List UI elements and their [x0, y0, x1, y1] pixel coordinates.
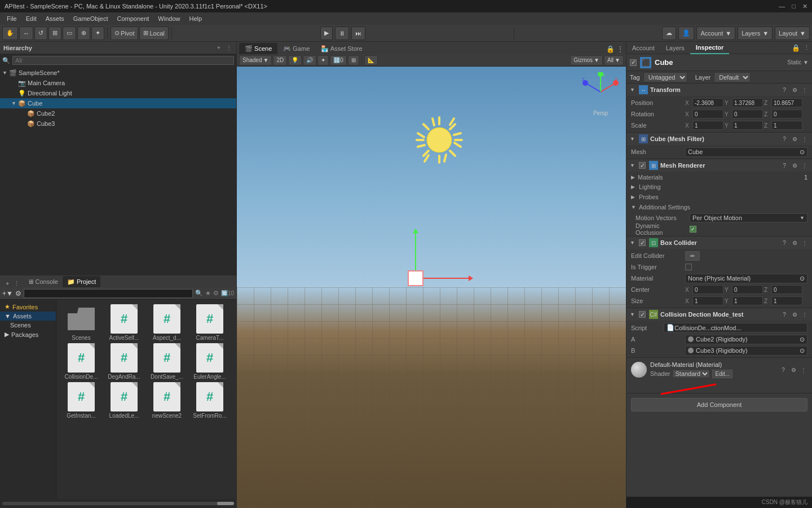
collision-menu-btn[interactable]: ⋮: [801, 310, 809, 318]
tool-custom[interactable]: ✦: [91, 27, 104, 40]
tool-rotate[interactable]: ↺: [34, 27, 47, 40]
tab-inspector[interactable]: Inspector: [690, 42, 730, 54]
hierarchy-search-input[interactable]: [12, 56, 234, 65]
collider-material-value[interactable]: None (Physic Material) ⊙: [685, 274, 807, 283]
shaded-dropdown[interactable]: Shaded ▼: [239, 55, 272, 65]
center-x-input[interactable]: [692, 285, 723, 294]
center-y-input[interactable]: [732, 285, 763, 294]
sidebar-packages[interactable]: ▶ Packages: [0, 330, 56, 339]
rot-y-input[interactable]: [732, 110, 763, 119]
probes-toggle[interactable]: ▶ Probes: [626, 192, 812, 202]
maximize-btn[interactable]: □: [792, 3, 796, 10]
play-btn[interactable]: ▶: [320, 27, 333, 40]
b-select-icon[interactable]: ⊙: [800, 347, 805, 354]
material-settings-btn[interactable]: ⚙: [789, 366, 797, 374]
pause-btn[interactable]: ⏸: [335, 27, 349, 40]
b-value[interactable]: Cube3 (Rigidbody) ⊙: [685, 346, 807, 356]
asset-scenes-folder[interactable]: Scenes: [61, 304, 102, 341]
scene-count-btn[interactable]: 🔢0: [330, 55, 347, 65]
scale-y-input[interactable]: [732, 121, 763, 130]
scene-gizmo[interactable]: X Y Z Persp: [581, 72, 620, 117]
scene-grid-btn[interactable]: ⊞: [348, 55, 359, 65]
transform-menu-btn[interactable]: ⋮: [801, 86, 809, 94]
box-collider-active[interactable]: ✓: [639, 239, 646, 246]
menu-assets[interactable]: Assets: [41, 14, 69, 23]
scale-x-input[interactable]: [692, 121, 723, 130]
material-help-btn[interactable]: ?: [779, 366, 787, 374]
menu-edit[interactable]: Edit: [21, 14, 41, 23]
tab-game[interactable]: 🎮 Game: [277, 43, 315, 54]
tab-asset-store[interactable]: 🏪 Asset Store: [315, 43, 368, 54]
transform-settings-btn[interactable]: ⚙: [791, 86, 798, 94]
tab-scene[interactable]: 🎬 Scene: [239, 43, 277, 54]
all-dropdown[interactable]: All ▼: [604, 55, 624, 65]
mesh-filter-help-btn[interactable]: ?: [780, 135, 788, 143]
is-trigger-checkbox[interactable]: [685, 264, 692, 270]
object-name[interactable]: Cube: [655, 58, 784, 67]
layers-dropdown[interactable]: Layers ▼: [738, 27, 773, 40]
a-select-icon[interactable]: ⊙: [800, 336, 805, 343]
tree-item-samplescene[interactable]: ▼ 🎬 SampleScene*: [0, 68, 236, 78]
dynamic-occlusion-checkbox[interactable]: ✓: [690, 226, 696, 233]
collision-script-header[interactable]: ▼ ✓ C# Collision Dection Mode_test ? ⚙ ⋮: [626, 308, 812, 321]
asset-setfromro[interactable]: # SetFromRo...: [189, 382, 230, 419]
menu-component[interactable]: Component: [112, 14, 153, 23]
tab-account[interactable]: Account: [626, 42, 660, 54]
additional-settings-toggle[interactable]: ▼ Additional Settings: [626, 202, 812, 212]
lighting-toggle[interactable]: ▶ Lighting: [626, 182, 812, 192]
size-x-input[interactable]: [692, 296, 723, 305]
shader-dropdown[interactable]: Standard: [672, 369, 710, 378]
mesh-renderer-menu-btn[interactable]: ⋮: [801, 161, 809, 169]
close-btn[interactable]: ✕: [802, 3, 807, 10]
local-toggle[interactable]: ⊞ Local: [139, 27, 168, 40]
mesh-renderer-header[interactable]: ▼ ✓ ⊞ Mesh Renderer ? ⚙ ⋮: [626, 159, 812, 172]
object-active-checkbox[interactable]: ✓: [630, 59, 637, 66]
2d-toggle[interactable]: 2D: [273, 55, 287, 65]
menu-file[interactable]: File: [2, 14, 21, 23]
view-lock-icon[interactable]: 🔒: [606, 45, 615, 53]
mesh-filter-menu-btn[interactable]: ⋮: [801, 135, 809, 143]
rot-x-input[interactable]: [692, 110, 723, 119]
layer-dropdown[interactable]: Default: [714, 72, 751, 82]
asset-getinstan[interactable]: # GetInstan...: [61, 382, 102, 419]
collision-active[interactable]: ✓: [639, 311, 646, 318]
size-z-input[interactable]: [771, 296, 802, 305]
tab-project[interactable]: 📁 Project: [63, 276, 100, 287]
project-scrollbar[interactable]: [0, 499, 236, 508]
asset-collision[interactable]: # CollisionDe...: [61, 343, 102, 380]
cloud-btn[interactable]: ☁: [662, 27, 676, 40]
step-btn[interactable]: ⏭: [351, 27, 365, 40]
tag-dropdown[interactable]: Untagged: [643, 72, 687, 82]
proj-add-btn[interactable]: +▼: [2, 290, 13, 297]
tree-item-dirlight[interactable]: 💡 Directional Light: [0, 88, 236, 98]
sidebar-favorites[interactable]: ★ Favorites: [0, 302, 56, 312]
edit-material-btn[interactable]: Edit...: [712, 370, 732, 378]
scene-fx-btn[interactable]: ✦: [317, 55, 329, 65]
mesh-renderer-help-btn[interactable]: ?: [780, 161, 788, 169]
hierarchy-add[interactable]: +: [215, 44, 223, 52]
asset-newscene2[interactable]: # newScene2: [147, 382, 187, 419]
minimize-btn[interactable]: —: [779, 3, 785, 10]
tree-item-cube2[interactable]: 📦 Cube2: [0, 108, 236, 119]
proj-filter-icon[interactable]: ⚙: [213, 290, 219, 297]
inspector-menu-icon[interactable]: ⋮: [804, 44, 810, 51]
mesh-filter-settings-btn[interactable]: ⚙: [791, 135, 798, 143]
proj-settings-btn[interactable]: ⚙: [15, 290, 21, 297]
transform-header[interactable]: ▼ ↔ Transform ? ⚙ ⋮: [626, 84, 812, 96]
tree-item-maincamera[interactable]: 📷 Main Camera: [0, 78, 236, 88]
tree-item-cube3[interactable]: 📦 Cube3: [0, 119, 236, 129]
tool-rect[interactable]: ▭: [63, 27, 76, 40]
box-collider-header[interactable]: ▼ ✓ ⊡ Box Collider ? ⚙ ⋮: [626, 237, 812, 249]
tree-item-cube[interactable]: ▼ 📦 Cube: [0, 98, 236, 108]
mesh-filter-header[interactable]: ▼ ⊞ Cube (Mesh Filter) ? ⚙ ⋮: [626, 133, 812, 145]
cube-object[interactable]: [408, 270, 423, 286]
static-label[interactable]: Static ▼: [787, 59, 809, 65]
pos-x-input[interactable]: [692, 98, 723, 107]
pivot-toggle[interactable]: ⊙ Pivot: [111, 27, 138, 40]
menu-window[interactable]: Window: [153, 14, 184, 23]
asset-loadedlevel[interactable]: # LoadedLe...: [104, 382, 144, 419]
a-value[interactable]: Cube2 (Rigidbody) ⊙: [685, 335, 807, 344]
tab-console[interactable]: 🖥 Console: [23, 276, 63, 287]
collision-settings-btn[interactable]: ⚙: [791, 310, 798, 318]
inspector-lock-icon[interactable]: 🔒: [792, 44, 800, 52]
